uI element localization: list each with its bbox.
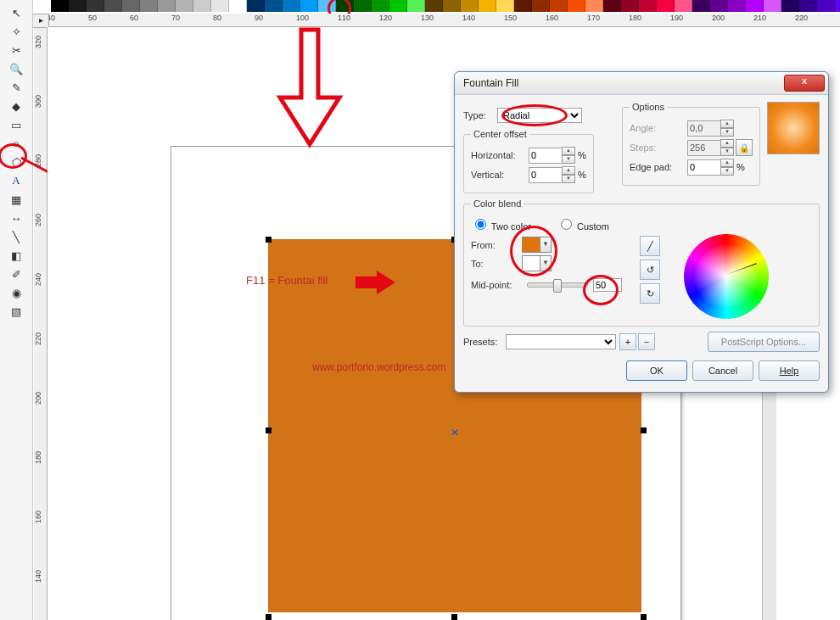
fill-tool-icon[interactable]: ▧ xyxy=(6,303,26,320)
palette-swatch[interactable] xyxy=(764,0,781,12)
palette-swatch[interactable] xyxy=(728,0,746,12)
spin-down-icon[interactable]: ▼ xyxy=(562,155,575,164)
zoom-tool-icon[interactable]: 🔍 xyxy=(6,60,26,77)
spin-up-icon[interactable]: ▲ xyxy=(720,159,734,167)
palette-swatch[interactable] xyxy=(122,0,140,12)
postscript-options-button[interactable]: PostScript Options... xyxy=(708,332,820,352)
palette-swatch[interactable] xyxy=(746,0,764,12)
palette-swatch[interactable] xyxy=(568,0,585,12)
presets-select[interactable] xyxy=(506,334,616,349)
annotation-circle-colors xyxy=(510,226,557,276)
palette-swatch[interactable] xyxy=(817,0,835,12)
steps-input xyxy=(687,140,721,156)
crop-tool-icon[interactable]: ✂ xyxy=(6,42,26,59)
help-button[interactable]: Help xyxy=(759,360,820,381)
blend-cw-button[interactable]: ↻ xyxy=(640,283,660,304)
preset-add-button[interactable]: + xyxy=(619,333,636,350)
selection-handle[interactable] xyxy=(641,614,647,620)
palette-swatch[interactable] xyxy=(461,0,479,12)
options-group: Options Angle: ▲▼ Steps: ▲▼ 🔒 Edge pad: … xyxy=(622,102,760,186)
selection-handle[interactable] xyxy=(266,427,272,433)
palette-swatch[interactable] xyxy=(176,0,193,12)
palette-swatch[interactable] xyxy=(835,0,840,12)
eyedropper-tool-icon[interactable]: ✐ xyxy=(6,265,26,282)
palette-swatch[interactable] xyxy=(657,0,675,12)
palette-swatch[interactable] xyxy=(496,0,514,12)
palette-swatch[interactable] xyxy=(532,0,550,12)
blend-ccw-button[interactable]: ↺ xyxy=(640,260,660,280)
palette-swatch[interactable] xyxy=(140,0,158,12)
color-palette[interactable] xyxy=(51,0,840,12)
horizontal-input[interactable] xyxy=(529,148,563,164)
dialog-titlebar[interactable]: Fountain Fill X xyxy=(455,72,828,95)
palette-swatch[interactable] xyxy=(229,0,247,12)
cancel-button[interactable]: Cancel xyxy=(692,360,753,381)
spin-up-icon[interactable]: ▲ xyxy=(562,166,575,175)
palette-swatch[interactable] xyxy=(247,0,265,12)
palette-swatch[interactable] xyxy=(389,0,407,12)
palette-swatch[interactable] xyxy=(675,0,692,12)
pick-tool-icon[interactable]: ↖ xyxy=(6,4,26,21)
text-tool-icon[interactable]: A xyxy=(6,172,26,189)
midpoint-slider[interactable] xyxy=(527,282,588,288)
palette-swatch[interactable] xyxy=(639,0,657,12)
palette-swatch[interactable] xyxy=(514,0,532,12)
palette-swatch[interactable] xyxy=(211,0,229,12)
angle-label: Angle: xyxy=(630,123,687,133)
ruler-origin[interactable]: ▸ xyxy=(32,14,49,28)
vertical-input[interactable] xyxy=(529,167,563,183)
rectangle-tool-icon[interactable]: ▭ xyxy=(6,116,26,133)
palette-swatch[interactable] xyxy=(781,0,799,12)
palette-swatch[interactable] xyxy=(425,0,443,12)
palette-swatch[interactable] xyxy=(69,0,87,12)
center-offset-group: Center offset Horizontal: ▲▼ % Vertical:… xyxy=(463,129,594,193)
palette-swatch[interactable] xyxy=(300,0,318,12)
palette-swatch[interactable] xyxy=(87,0,104,12)
spin-up-icon[interactable]: ▲ xyxy=(562,147,575,155)
selection-handle[interactable] xyxy=(451,614,457,620)
freehand-tool-icon[interactable]: ✎ xyxy=(6,79,26,96)
interactive-fill-tool-icon[interactable]: ◧ xyxy=(6,247,26,264)
palette-swatch[interactable] xyxy=(621,0,639,12)
palette-swatch[interactable] xyxy=(265,0,283,12)
close-button[interactable]: X xyxy=(784,75,825,92)
palette-swatch[interactable] xyxy=(372,0,389,12)
selection-handle[interactable] xyxy=(266,237,272,243)
selection-handle[interactable] xyxy=(266,614,272,620)
palette-swatch[interactable] xyxy=(799,0,817,12)
palette-swatch[interactable] xyxy=(479,0,496,12)
palette-swatch[interactable] xyxy=(443,0,461,12)
palette-swatch[interactable] xyxy=(51,0,69,12)
palette-swatch[interactable] xyxy=(603,0,621,12)
color-wheel[interactable] xyxy=(684,234,769,319)
lock-steps-button[interactable]: 🔒 xyxy=(736,139,753,156)
dimension-tool-icon[interactable]: ↔ xyxy=(6,209,26,226)
spin-down-icon[interactable]: ▼ xyxy=(720,167,734,176)
palette-swatch[interactable] xyxy=(407,0,425,12)
outline-tool-icon[interactable]: ◉ xyxy=(6,284,26,301)
selection-handle[interactable] xyxy=(641,427,647,433)
palette-swatch[interactable] xyxy=(283,0,300,12)
palette-swatch[interactable] xyxy=(104,0,122,12)
blend-direct-button[interactable]: ╱ xyxy=(640,236,660,256)
connector-tool-icon[interactable]: ╲ xyxy=(6,228,26,245)
palette-swatch[interactable] xyxy=(710,0,728,12)
custom-radio[interactable]: Custom xyxy=(557,216,609,232)
shape-tool-icon[interactable]: ✧ xyxy=(6,23,26,40)
palette-swatch[interactable] xyxy=(550,0,568,12)
palette-swatch[interactable] xyxy=(158,0,176,12)
fountain-fill-dialog: Fountain Fill X Type: Radial Center offs… xyxy=(454,71,829,393)
preset-remove-button[interactable]: − xyxy=(638,333,655,350)
palette-swatch[interactable] xyxy=(354,0,372,12)
table-tool-icon[interactable]: ▦ xyxy=(6,191,26,208)
edgepad-input[interactable] xyxy=(687,159,721,176)
palette-swatch[interactable] xyxy=(692,0,710,12)
palette-swatch[interactable] xyxy=(193,0,211,12)
palette-swatch[interactable] xyxy=(585,0,603,12)
annotation-arrow-right xyxy=(353,268,400,298)
ok-button[interactable]: OK xyxy=(626,360,687,381)
spin-down-icon[interactable]: ▼ xyxy=(562,175,575,183)
smart-fill-tool-icon[interactable]: ◆ xyxy=(6,98,26,115)
annotation-watermark: www.portforio.wordpress.com xyxy=(312,361,445,373)
midpoint-label: Mid-point: xyxy=(471,280,522,290)
